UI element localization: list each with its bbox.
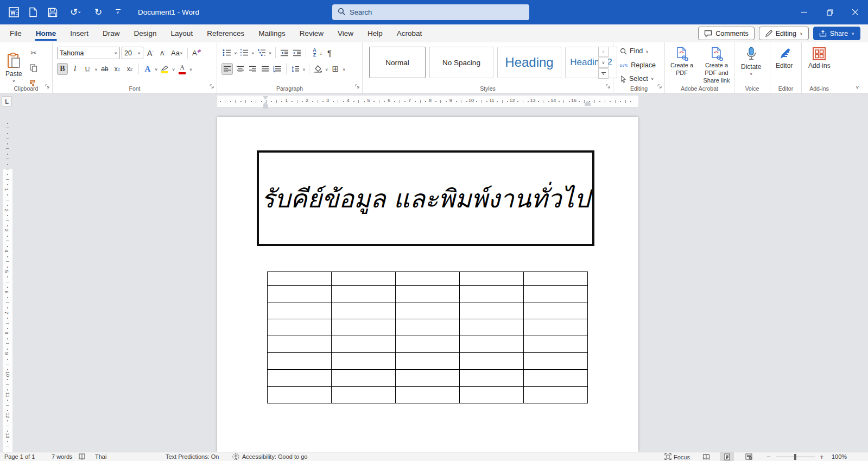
highlight-color-button[interactable] [160,63,170,75]
word-app-icon[interactable] [8,7,20,18]
bold-button[interactable]: B [57,63,68,75]
redo-button[interactable]: ↻ [92,7,104,18]
share-button[interactable]: Share ∨ [813,27,860,40]
distributed-button[interactable] [272,63,283,75]
close-button[interactable] [842,0,868,24]
print-layout-button[interactable] [720,452,734,461]
table-cell[interactable] [460,387,524,403]
restore-button[interactable] [817,0,842,24]
first-line-indent-marker[interactable] [263,96,268,100]
table-cell[interactable] [332,353,396,370]
table-cell[interactable] [396,336,460,353]
table-cell[interactable] [332,336,396,353]
editor-button[interactable]: Editor [776,47,793,70]
grow-font-button[interactable]: Aˆ [145,47,156,59]
align-left-button[interactable] [221,63,233,75]
line-spacing-button[interactable] [290,63,301,75]
italic-button[interactable]: I [69,63,80,75]
document-page[interactable]: รับคีย์ข้อมูล และพิมพ์งานทั่วไป [217,117,638,452]
table-cell[interactable] [396,272,460,286]
table-cell[interactable] [268,370,332,387]
change-case-button[interactable]: Aa∨ [170,47,184,59]
zoom-level[interactable]: 100% [832,453,847,460]
borders-button[interactable]: ⊞ [330,63,341,75]
table-cell[interactable] [332,387,396,403]
table-cell[interactable] [460,319,524,336]
comments-button[interactable]: Comments [698,27,754,40]
collapse-ribbon-button[interactable]: ∨ [856,85,859,90]
replace-button[interactable]: b⇄c Replace [620,61,656,69]
style-heading-2[interactable]: Heading 2 [565,47,617,78]
find-button[interactable]: Find ∨ [620,47,649,55]
table-cell[interactable] [332,302,396,319]
decrease-indent-button[interactable] [279,47,290,59]
table-cell[interactable] [268,319,332,336]
new-document-icon[interactable] [27,7,39,18]
select-button[interactable]: Select ∨ [620,75,654,83]
styles-more-button[interactable]: ∨ [598,68,609,79]
table-cell[interactable] [460,286,524,302]
page-indicator[interactable]: Page 1 of 1 [4,453,35,460]
customize-quick-access-icon[interactable]: ∨ [112,7,124,18]
zoom-slider-thumb[interactable] [794,454,796,460]
style-heading[interactable]: Heading [497,47,561,78]
vertical-ruler[interactable]: 12345678910111213 [3,109,12,452]
tab-acrobat[interactable]: Acrobat [390,25,429,42]
copy-button[interactable] [28,62,39,74]
table-cell[interactable] [396,302,460,319]
multilevel-list-button[interactable] [256,47,267,59]
table-cell[interactable] [332,272,396,286]
paste-button[interactable]: Paste ∨ [5,53,22,84]
table-cell[interactable] [460,336,524,353]
table-cell[interactable] [268,302,332,319]
underline-button[interactable]: U [82,63,93,75]
strikethrough-button[interactable]: ab [99,63,110,75]
text-effects-button[interactable]: A [142,63,153,75]
paragraph-dialog-launcher[interactable] [354,81,360,91]
table-cell[interactable] [460,302,524,319]
table-cell[interactable] [332,286,396,302]
style-no-spacing[interactable]: No Spacing [429,47,493,78]
minimize-button[interactable] [791,0,817,24]
heading-border-box[interactable]: รับคีย์ข้อมูล และพิมพ์งานทั่วไป [257,150,594,246]
horizontal-ruler[interactable]: 123456789101112131415 [0,96,868,107]
table-cell[interactable] [524,286,588,302]
table-cell[interactable] [268,272,332,286]
language-indicator[interactable]: Thai [95,453,106,460]
clear-formatting-button[interactable]: A [191,47,202,59]
font-size-combobox[interactable]: 20 ∨ [122,47,143,59]
sort-button[interactable]: AZ [309,47,320,59]
shading-button[interactable] [313,63,324,75]
align-right-button[interactable] [247,63,258,75]
tab-design[interactable]: Design [127,25,164,42]
tab-mailings[interactable]: Mailings [251,25,293,42]
undo-button[interactable]: ↺∨ [66,7,85,18]
tab-help[interactable]: Help [360,25,390,42]
addins-button[interactable]: Add-ins [808,47,831,70]
tab-draw[interactable]: Draw [96,25,127,42]
tab-insert[interactable]: Insert [63,25,96,42]
table-cell[interactable] [524,302,588,319]
left-indent-marker[interactable] [263,105,268,109]
dictate-button[interactable]: Dictate ∨ [741,47,761,77]
font-color-button[interactable]: A [177,63,188,75]
font-name-combobox[interactable]: Tahoma ∨ [57,47,120,59]
tab-review[interactable]: Review [293,25,331,42]
table-cell[interactable] [268,387,332,403]
editing-dialog-launcher[interactable] [657,81,662,91]
table-cell[interactable] [396,353,460,370]
proofing-icon[interactable] [79,453,85,460]
editing-mode-button[interactable]: Editing ∨ [759,27,809,40]
read-mode-button[interactable] [699,452,713,461]
tab-layout[interactable]: Layout [164,25,200,42]
clipboard-dialog-launcher[interactable] [45,81,50,91]
table-cell[interactable] [460,370,524,387]
increase-indent-button[interactable] [292,47,302,59]
show-formatting-marks-button[interactable]: ¶ [324,47,335,59]
table-cell[interactable] [396,319,460,336]
styles-scroll-up-button[interactable]: ∧ [598,47,609,57]
numbering-button[interactable] [239,47,250,59]
table-cell[interactable] [268,286,332,302]
document-table[interactable] [267,271,588,403]
document-canvas[interactable]: L 123456789101112131415 1234567891011121… [0,94,868,452]
